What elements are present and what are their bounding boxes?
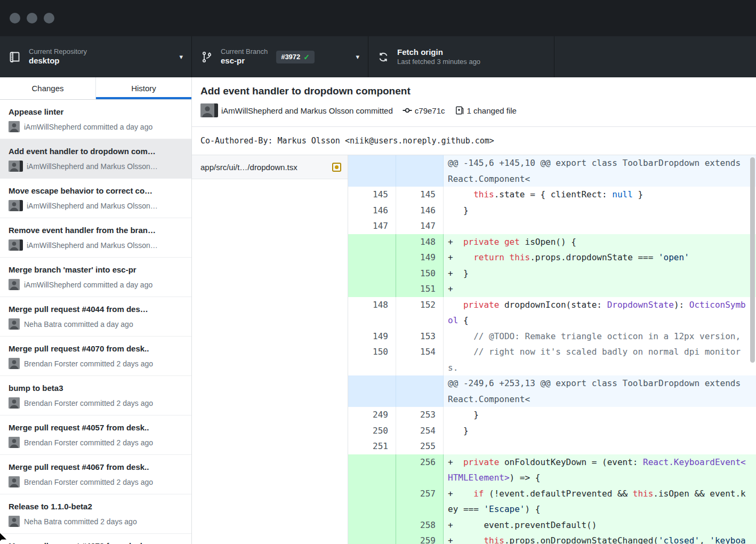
diff-row: 251 255	[348, 438, 756, 454]
repo-icon	[9, 51, 21, 63]
commit-list-item[interactable]: Release to 1.1.0-beta2 Neha Batra commit…	[0, 494, 191, 534]
git-commit-icon	[403, 106, 412, 115]
toolbar: Current Repository desktop ▾ Current Bra…	[0, 36, 756, 77]
diff-code-line	[444, 218, 756, 234]
old-line-number: 249	[348, 407, 396, 423]
diff-code-line: +	[444, 281, 756, 297]
commit-list-item[interactable]: Merge pull request #4073 from desk..	[0, 534, 191, 544]
new-line-number	[396, 155, 444, 187]
avatar	[9, 121, 20, 132]
history-sidebar: Changes History Appease linter iAmWillSh…	[0, 77, 192, 544]
new-line-number: 145	[396, 187, 444, 203]
new-line-number: 258	[396, 517, 444, 533]
commit-item-title: Merge pull request #4044 from des…	[9, 303, 184, 315]
commit-item-meta: iAmWillShepherd committed a day ago	[24, 123, 152, 131]
old-line-number	[348, 281, 396, 297]
old-line-number: 251	[348, 438, 396, 454]
new-line-number: 150	[396, 266, 444, 282]
commit-list-item[interactable]: bump to beta3 Brendan Forster committed …	[0, 376, 191, 415]
avatar	[9, 516, 20, 527]
diff-row: 250 254 }	[348, 423, 756, 439]
commit-item-title: Merge pull request #4057 from desk..	[9, 422, 184, 433]
maximize-window-button[interactable]	[44, 13, 54, 23]
commit-item-title: Move escape behavior to correct co…	[9, 185, 184, 196]
diff-scrollbar-thumb[interactable]	[750, 157, 755, 363]
avatar	[9, 279, 20, 290]
diff-code-line: + this.props.onDropdownStateChanged('clo…	[444, 533, 756, 544]
current-branch-button[interactable]: Current Branch esc-pr #3972 ✓ ▾	[192, 36, 368, 77]
commit-item-meta: Neha Batra committed 2 days ago	[24, 517, 137, 526]
old-line-number	[348, 155, 396, 187]
commit-item-avatars	[9, 358, 20, 369]
commit-item-title: Release to 1.1.0-beta2	[9, 501, 184, 512]
current-repository-label: Current Repository	[29, 47, 87, 56]
old-line-number	[348, 250, 396, 266]
commit-sha[interactable]: c79e71c	[415, 106, 445, 115]
commit-list-item[interactable]: Move escape behavior to correct co… iAmW…	[0, 179, 191, 218]
diff-code-line: }	[444, 203, 756, 219]
diff-row: 150 154 // right now it's scaled badly o…	[348, 344, 756, 375]
new-line-number: 149	[396, 250, 444, 266]
new-line-number: 153	[396, 329, 444, 345]
old-line-number	[348, 517, 396, 533]
avatar	[9, 239, 20, 251]
commit-item-meta: Brendan Forster committed 2 days ago	[24, 399, 153, 407]
diff-row: 147 147	[348, 218, 756, 234]
commit-list-item[interactable]: Merge branch 'master' into esc-pr iAmWil…	[0, 258, 191, 297]
commit-item-avatars	[9, 397, 20, 409]
sidebar-tabs: Changes History	[0, 77, 191, 100]
commit-item-avatars	[9, 200, 22, 211]
commit-list-item[interactable]: Merge pull request #4044 from des… Neha …	[0, 297, 191, 337]
old-line-number: 250	[348, 423, 396, 439]
commit-item-meta: iAmWillShepherd and Markus Olsson…	[27, 162, 158, 171]
commit-description: Co-Authored-By: Markus Olsson <niik@user…	[192, 126, 756, 155]
current-branch-label: Current Branch	[221, 47, 268, 56]
diff-code-line: @@ -145,6 +145,10 @@ export class Toolba…	[444, 155, 756, 187]
commit-item-avatars	[9, 437, 20, 448]
commit-list-item[interactable]: Add event handler to dropdown com… iAmWi…	[0, 139, 191, 179]
new-line-number: 253	[396, 407, 444, 423]
old-line-number	[348, 486, 396, 517]
close-window-button[interactable]	[10, 13, 20, 23]
diff-code-line: }	[444, 407, 756, 423]
old-line-number: 147	[348, 218, 396, 234]
commit-item-meta: Brendan Forster committed 2 days ago	[24, 438, 153, 447]
new-line-number: 151	[396, 281, 444, 297]
commit-item-avatars	[9, 318, 20, 330]
diff-row: 148 + private get isOpen() {	[348, 234, 756, 250]
commit-list-item[interactable]: Merge pull request #4067 from desk.. Bre…	[0, 455, 191, 494]
old-line-number	[348, 375, 396, 407]
avatar	[9, 437, 20, 448]
commit-list-item[interactable]: Merge pull request #4057 from desk.. Bre…	[0, 415, 191, 455]
old-line-number: 149	[348, 329, 396, 345]
current-repository-button[interactable]: Current Repository desktop ▾	[0, 36, 192, 77]
file-list-item[interactable]: app/src/ui/t…/dropdown.tsx	[192, 155, 348, 179]
ci-check-icon: ✓	[303, 53, 310, 61]
avatar	[9, 200, 20, 211]
old-line-number: 146	[348, 203, 396, 219]
avatar	[200, 103, 214, 117]
commit-item-title: bump to beta3	[9, 382, 184, 394]
fetch-origin-button[interactable]: Fetch origin Last fetched 3 minutes ago	[368, 36, 554, 77]
diff-row: 259 + this.props.onDropdownStateChanged(…	[348, 533, 756, 544]
commit-item-title: Merge branch 'master' into esc-pr	[9, 264, 184, 275]
tab-history[interactable]: History	[95, 77, 191, 99]
window-controls	[10, 13, 54, 23]
changed-files-list: app/src/ui/t…/dropdown.tsx	[192, 155, 348, 544]
new-line-number: 254	[396, 423, 444, 439]
commit-list-item[interactable]: Remove event handler from the bran… iAmW…	[0, 218, 191, 258]
diff-row: @@ -145,6 +145,10 @@ export class Toolba…	[348, 155, 756, 187]
chevron-down-icon: ▾	[356, 53, 359, 61]
commit-list-item[interactable]: Appease linter iAmWillShepherd committed…	[0, 100, 191, 139]
tab-changes[interactable]: Changes	[0, 77, 95, 99]
pull-request-number: #3972	[281, 53, 300, 61]
commit-list-item[interactable]: Merge pull request #4070 from desk.. Bre…	[0, 337, 191, 376]
commit-item-avatars	[9, 279, 20, 290]
commit-detail-pane: Add event handler to dropdown component …	[192, 77, 756, 544]
new-line-number: 257	[396, 486, 444, 517]
minimize-window-button[interactable]	[27, 13, 37, 23]
old-line-number	[348, 533, 396, 544]
diff-row: 149 153 // @TODO: Remake triangle octico…	[348, 329, 756, 345]
commit-item-title: Merge pull request #4073 from desk..	[9, 540, 184, 544]
commit-header: Add event handler to dropdown component …	[192, 77, 756, 126]
